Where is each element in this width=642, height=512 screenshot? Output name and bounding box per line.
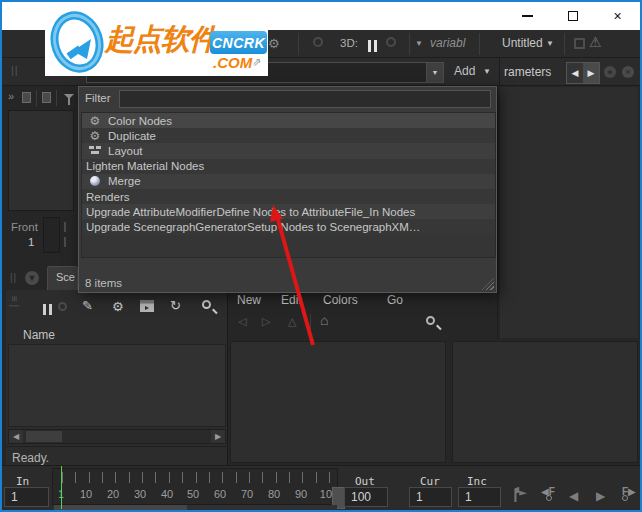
view-direction-label: Front	[11, 221, 38, 233]
project-dropdown-caret[interactable]: ▼	[546, 39, 554, 48]
search-icon[interactable]	[202, 300, 211, 309]
add-button[interactable]: Add	[454, 64, 475, 78]
tab-nav-buttons: ◀ ▶	[566, 62, 600, 84]
pause-icon[interactable]	[43, 301, 55, 319]
menu-go[interactable]: Go	[387, 293, 403, 307]
scroll-left-icon[interactable]: ◀	[9, 430, 23, 443]
expand-icon[interactable]: »	[8, 90, 14, 102]
close-panel-icon[interactable]: ×	[622, 66, 634, 78]
menu-new[interactable]: New	[237, 293, 261, 307]
viewport-panel[interactable]	[8, 110, 74, 211]
combobox-dropdown-icon[interactable]: ▼	[426, 63, 443, 82]
out-field[interactable]	[344, 487, 388, 507]
forward-icon[interactable]: ▷	[262, 315, 270, 328]
divider	[56, 90, 57, 106]
search-icon[interactable]	[426, 316, 435, 325]
divider	[298, 33, 299, 55]
in-field[interactable]	[4, 487, 49, 507]
side-content-panel[interactable]	[452, 341, 638, 463]
filter-funnel-icon[interactable]	[64, 94, 74, 99]
watermark: 起点软件 CNCRK .COM ⇗	[45, 8, 268, 76]
list-item[interactable]: ⚙Duplicate	[82, 128, 495, 143]
scrollbar-thumb[interactable]	[54, 505, 187, 511]
variable-dropdown-caret[interactable]: ▼	[415, 39, 423, 48]
layer2-icon[interactable]	[42, 92, 51, 103]
timeline-scrollbar[interactable]	[53, 505, 337, 511]
list-item[interactable]: Layout	[82, 143, 495, 158]
playhead[interactable]	[61, 466, 62, 509]
add-dropdown-caret[interactable]: ▼	[483, 67, 491, 76]
float-panel-icon[interactable]: ●	[604, 66, 616, 78]
ruler-number: 20	[101, 488, 125, 500]
back-icon[interactable]: ◁	[238, 315, 246, 328]
drag-handle-icon[interactable]: ||	[11, 64, 19, 76]
panel-menu-icon[interactable]: ▼	[25, 271, 39, 285]
render-settings-icon[interactable]: ⚙	[268, 36, 280, 51]
scenegraph-tree[interactable]	[8, 344, 226, 427]
cycle-arrows-icon[interactable]: ↻	[170, 298, 181, 313]
vertical-tab-icon[interactable]: ≡ |	[0, 296, 20, 308]
filter-input[interactable]	[119, 90, 491, 108]
ruler-tick	[249, 472, 250, 483]
pause-icon[interactable]	[368, 38, 380, 56]
close-button[interactable]: ×	[595, 2, 640, 30]
list-item[interactable]: Merge	[82, 174, 495, 189]
list-item[interactable]: Lighten Material Nodes	[82, 159, 495, 174]
prev-keyframe-icon[interactable]: ◀F	[541, 486, 555, 497]
ruler-tick	[316, 472, 317, 483]
ruler-tick	[222, 472, 223, 483]
stop-icon[interactable]	[574, 38, 585, 49]
refresh-icon[interactable]	[386, 37, 396, 47]
warning-icon[interactable]: ⚠	[589, 34, 602, 50]
scroll-right-icon[interactable]: ▶	[211, 430, 225, 443]
inc-field[interactable]	[458, 487, 501, 507]
divider	[497, 86, 498, 340]
ruler-tick	[102, 472, 103, 483]
edit-pencil-icon[interactable]: ✎	[82, 298, 93, 313]
frame-ruler[interactable]: 1102030405060708090100	[52, 468, 338, 505]
cur-field[interactable]	[409, 487, 452, 507]
list-item[interactable]: ⚙Color Nodes	[82, 113, 495, 128]
settings-gear-icon[interactable]: ⚙	[112, 299, 124, 314]
render-clapper-icon[interactable]	[140, 300, 155, 313]
step-forward-icon[interactable]: ▶	[596, 489, 605, 503]
tab-next-button[interactable]: ▶	[583, 63, 599, 83]
scenegraph-toolbar: ✎ ⚙ ↻	[28, 294, 225, 320]
render-spiral-icon[interactable]	[313, 37, 323, 47]
up-icon[interactable]: △	[288, 315, 296, 328]
flag-icon[interactable]	[512, 486, 528, 502]
project-name-label[interactable]: Untitled	[502, 36, 543, 50]
resize-grip[interactable]	[482, 278, 494, 290]
divider	[36, 90, 37, 106]
variable-label[interactable]: variabl	[430, 36, 465, 50]
list-item[interactable]: Upgrade AttributeModifierDefine Nodes to…	[82, 204, 495, 219]
menu-colors[interactable]: Colors	[323, 293, 358, 307]
minimize-button[interactable]	[505, 2, 550, 30]
list-item[interactable]: Renders	[82, 189, 495, 204]
view-field[interactable]	[43, 217, 60, 253]
scrollbar-thumb[interactable]	[25, 430, 63, 443]
status-text: Ready.	[12, 451, 49, 465]
browser-content-panel[interactable]	[230, 341, 446, 463]
list-item[interactable]: Upgrade ScenegraphGeneratorSetup Nodes t…	[82, 219, 495, 234]
maximize-button[interactable]	[550, 2, 595, 30]
home-icon[interactable]: ⌂	[320, 312, 328, 328]
column-header-name[interactable]: Name	[23, 328, 55, 342]
layer-icon[interactable]	[22, 92, 31, 103]
minimize-icon	[522, 15, 533, 17]
tab-prev-button[interactable]: ◀	[567, 63, 583, 83]
ruler-tick	[129, 472, 130, 483]
horizontal-scrollbar[interactable]: ◀ ▶	[8, 429, 226, 444]
parameters-tab[interactable]: rameters	[504, 65, 551, 79]
ruler-number: 70	[235, 488, 259, 500]
next-keyframe-icon[interactable]: F▶	[622, 486, 636, 497]
tab-scenegraph[interactable]: Sce	[47, 266, 78, 291]
step-back-icon[interactable]: ◀	[569, 489, 578, 503]
menu-edit[interactable]: Edit	[281, 293, 302, 307]
divider	[409, 33, 410, 55]
refresh-icon[interactable]	[58, 302, 67, 311]
threed-label: 3D:	[340, 37, 358, 49]
ruler-tick	[142, 472, 143, 483]
drag-handle-icon[interactable]: ||	[10, 272, 17, 283]
merge-sphere-icon	[88, 176, 102, 186]
